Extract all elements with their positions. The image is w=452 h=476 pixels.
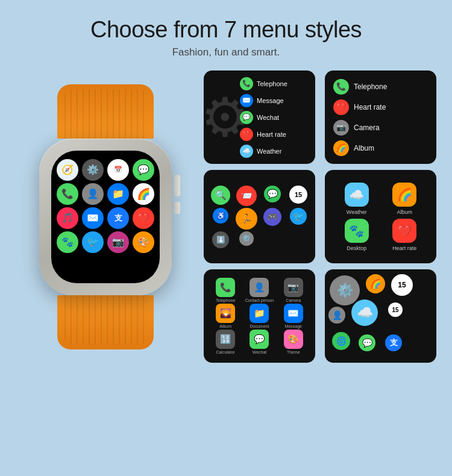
icons-row: 🌄 Album 📁 Document ✉️ Message: [209, 304, 310, 328]
weather-icon: ☁️: [240, 145, 253, 158]
desktop-icon: 🐾: [345, 219, 369, 243]
weather-bubble: ☁️: [351, 299, 378, 326]
item-label: Document: [250, 324, 269, 328]
small-icon-item: ✉️ Message: [278, 304, 309, 328]
watch-icon-calendar: 📅: [107, 159, 129, 181]
camera-icon: 📷: [284, 278, 303, 297]
small-icon-item: 📷 Camera: [278, 278, 309, 302]
small-icon-item: 🔢 Calculator: [210, 330, 240, 354]
menu-panel-5: 📞 Telephone 👤 Contact person 📷 Camera: [204, 269, 315, 363]
wechat-icon: 💬: [250, 330, 269, 349]
page-title: Choose from 7 menu styles: [0, 17, 452, 43]
watch-icon-wallet: 支: [107, 207, 129, 229]
list-item: 🌈 Album: [333, 140, 428, 156]
watch-icon-mail: ✉️: [82, 207, 104, 229]
item-label: Calculator: [216, 350, 235, 354]
item-label: Camera: [286, 298, 301, 302]
phone-icon: 📞: [333, 79, 349, 95]
item-label: Telephone: [216, 298, 235, 302]
watch-display: 🧭 ⚙️ 📅 💬 📞 👤 📁 🌈 🎵 ✉️ 支 ❤️: [18, 84, 193, 349]
page-subtitle: Fashion, fun and smart.: [0, 46, 452, 58]
panel1-list: 📞 Telephone ✉️ Message 💬 Wechat ❤️: [204, 77, 287, 158]
small-icon-item: 🌄 Album: [210, 304, 240, 328]
photos-bubble: 🌈: [366, 274, 385, 293]
menu-panel-2: 📞 Telephone ❤️ Heart rate 📷 Camera 🌈 Alb…: [325, 70, 436, 164]
item-label: Desktop: [347, 245, 366, 251]
bubble-icon: ♿: [213, 208, 228, 224]
settings-bubble: ⚙️: [330, 275, 360, 305]
bubble-icon: ⚙️: [239, 231, 254, 246]
menu-panel-4: ☁️ Weather 🌈 Album 🐾 Desktop ❤️ Heart ra…: [325, 170, 436, 263]
watch-icon-instagram: 📷: [107, 231, 129, 253]
album-icon: 🌈: [333, 140, 349, 156]
icons-row: 📞 Telephone 👤 Contact person 📷 Camera: [209, 278, 310, 302]
small-icon-item: 📁 Document: [244, 304, 274, 328]
item-label: Wechat: [253, 350, 267, 354]
watch-button: [174, 202, 180, 214]
labeled-item: 🌈 Album: [383, 183, 427, 215]
heart-rate-icon: ❤️: [333, 99, 349, 115]
small-icon-item: 👤 Contact person: [244, 278, 274, 302]
list-item: 💬 Wechat: [240, 111, 287, 124]
item-label: Heart rate: [257, 131, 286, 138]
document-icon: 📁: [250, 304, 269, 323]
bubble-icon: ⬇️: [212, 231, 229, 248]
number-bubble: 15: [388, 302, 403, 317]
labeled-item: 🐾 Desktop: [334, 219, 379, 251]
watch-icon-compass: 🧭: [57, 159, 78, 181]
item-label: Wechat: [257, 114, 279, 121]
weather-icon: ☁️: [345, 183, 369, 207]
watch-icon-files: 📁: [107, 183, 129, 205]
item-label: Message: [285, 324, 302, 328]
message-icon: ✉️: [240, 94, 253, 107]
watch-icon-alipay: 🐾: [57, 231, 78, 253]
watch-icon-settings: ⚙️: [82, 159, 104, 181]
item-label: Message: [257, 97, 284, 104]
camera-icon: 📷: [333, 120, 349, 136]
list-item: ❤️ Heart rate: [333, 99, 428, 115]
menu-panel-6: ⚙️ 🌈 15 👤 ☁️ 15 🌀 💬 支: [325, 269, 436, 363]
bubble-icon: 🔍: [211, 186, 230, 205]
phone-icon: 📞: [240, 77, 253, 90]
page-wrapper: Choose from 7 menu styles Fashion, fun a…: [0, 0, 452, 369]
contact-bubble: 👤: [328, 307, 345, 324]
item-label: Album: [219, 324, 231, 328]
bubble-icon: 📨: [236, 186, 257, 206]
list-item: ❤️ Heart rate: [240, 128, 287, 141]
item-label: Album: [397, 209, 412, 215]
message-icon: ✉️: [284, 304, 303, 323]
list-item: ✉️ Message: [240, 94, 287, 107]
list-item: 📞 Telephone: [240, 77, 287, 90]
watch-band-top: [57, 84, 154, 139]
watch-screen: 🧭 ⚙️ 📅 💬 📞 👤 📁 🌈 🎵 ✉️ 支 ❤️: [51, 151, 160, 283]
watch-icon-heart: ❤️: [133, 207, 154, 229]
contact-icon: 👤: [250, 278, 269, 297]
small-icon-item: 💬 Wechat: [244, 330, 274, 354]
item-label: Heart rate: [354, 103, 386, 111]
bubble-icon: 15: [289, 186, 307, 204]
watch-icon-photos: 🌈: [133, 183, 154, 205]
watch-icon-contacts: 👤: [82, 183, 104, 205]
bubble-icon: 🎮: [263, 208, 281, 226]
watch-icon-wechat: 💬: [133, 159, 154, 181]
header: Choose from 7 menu styles Fashion, fun a…: [0, 0, 452, 64]
watch-crown: [174, 175, 180, 196]
calendar-bubble: 15: [391, 274, 413, 296]
item-label: Weather: [257, 148, 281, 155]
item-label: Contact person: [245, 298, 274, 302]
panel2-list: 📞 Telephone ❤️ Heart rate 📷 Camera 🌈 Alb…: [325, 70, 436, 164]
item-label: Heart rate: [392, 245, 416, 251]
panel4-grid: ☁️ Weather 🌈 Album 🐾 Desktop ❤️ Heart ra…: [325, 173, 436, 261]
labeled-item: ❤️ Heart rate: [383, 219, 427, 251]
calculator-icon: 🔢: [216, 330, 235, 349]
watch-icon-twitter: 🐦: [82, 231, 104, 253]
phone-icon: 📞: [216, 278, 235, 297]
icons-row: 🔢 Calculator 💬 Wechat 🎨 Theme: [209, 330, 310, 354]
bubble-icon: 💬: [264, 186, 281, 202]
watch-icon-music: 🎵: [57, 207, 78, 229]
album-icon: 🌄: [216, 304, 235, 323]
item-label: Weather: [347, 209, 367, 215]
menu-panel-3: 🔍 📨 💬 15 ♿ 🏃 🎮 🐦 ⬇️ ⚙️: [204, 170, 315, 263]
item-label: Camera: [354, 124, 380, 132]
list-item: 📷 Camera: [333, 120, 428, 136]
